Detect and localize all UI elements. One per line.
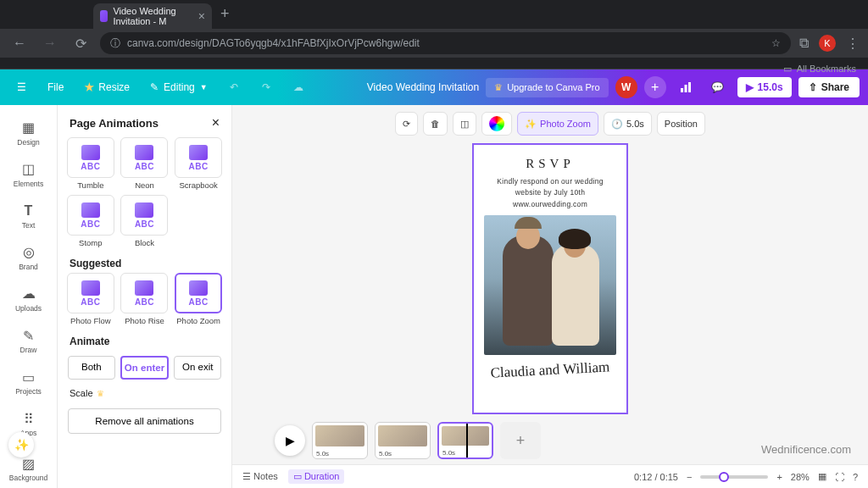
zoom-slider[interactable] [700, 475, 768, 479]
svg-rect-0 [681, 88, 683, 92]
rail-design[interactable]: ▦Design [3, 114, 54, 152]
design-icon: ▦ [20, 119, 37, 136]
browser-menu-icon[interactable]: ⋮ [846, 36, 860, 52]
rsvp-website[interactable]: www.ourwedding.com [484, 200, 616, 208]
canva-header: ☰ File Resize ✎ Editing ▼ ↶ ↷ ☁ Video We… [0, 69, 868, 105]
secure-icon: ⓘ [110, 36, 120, 51]
favicon [100, 10, 108, 22]
folder-icon: ▭ [783, 64, 792, 75]
browser-tab[interactable]: Video Wedding Invitation - M × [93, 3, 212, 29]
background-icon: ▨ [20, 455, 37, 472]
duration-selector[interactable]: 🕐 5.0s [604, 112, 652, 136]
canvas-page[interactable]: RSVP Kindly respond on our wedding websi… [472, 143, 628, 414]
zoom-in-button[interactable]: + [776, 472, 782, 482]
sync-button[interactable]: ⟳ [395, 112, 418, 136]
color-button[interactable] [481, 112, 512, 136]
rsvp-heading[interactable]: RSVP [484, 157, 616, 171]
rail-draw[interactable]: ✎Draw [3, 322, 54, 360]
add-frame-button[interactable]: + [500, 422, 541, 459]
elements-icon: ◫ [20, 161, 37, 178]
reload-button[interactable]: ⟳ [70, 32, 92, 54]
rail-projects[interactable]: ▭Projects [3, 363, 54, 402]
rsvp-body[interactable]: Kindly respond on our wedding website by… [484, 176, 616, 198]
timing-on-enter[interactable]: On enter [120, 356, 170, 380]
star-icon [84, 82, 94, 92]
editing-button[interactable]: ✎ Editing ▼ [143, 78, 214, 97]
new-tab-button[interactable]: + [220, 5, 230, 23]
back-button[interactable]: ← [8, 32, 31, 54]
suggested-label: Suggested [58, 252, 231, 273]
hamburger-menu[interactable]: ☰ [8, 75, 34, 100]
timeline-frame-1[interactable]: 5.0s [312, 422, 368, 459]
signature-text[interactable]: Claudia and William [484, 358, 617, 381]
rail-brand[interactable]: ◎Brand [3, 238, 54, 276]
position-button[interactable]: Position [657, 112, 705, 136]
document-title[interactable]: Video Wedding Invitation [367, 81, 479, 93]
animation-selector[interactable]: ✨ Photo Zoom [517, 112, 598, 136]
rail-elements[interactable]: ◫Elements [3, 155, 54, 193]
fullscreen-button[interactable]: ⛶ [835, 472, 844, 482]
timeline-frame-3[interactable]: 5.0s [437, 422, 493, 459]
play-presentation-button[interactable]: ▶ 15.0s [737, 77, 792, 97]
split-button[interactable]: ◫ [453, 112, 476, 136]
zoom-value: 28% [791, 472, 810, 482]
animation-scrapbook[interactable]: ABC [175, 137, 222, 178]
undo-button[interactable]: ↶ [221, 75, 247, 100]
delete-button[interactable]: 🗑 [423, 112, 448, 136]
wedding-photo[interactable] [484, 215, 616, 355]
file-menu[interactable]: File [41, 78, 70, 97]
rail-uploads[interactable]: ☁Uploads [3, 280, 54, 318]
timing-both[interactable]: Both [68, 356, 115, 380]
animation-photo-zoom[interactable]: ABC [175, 273, 222, 313]
url-input[interactable]: ⓘ canva.com/design/DAGTo6yqgb4/x1hFABfXj… [100, 32, 791, 54]
url-text: canva.com/design/DAGTo6yqgb4/x1hFABfXjIx… [127, 37, 420, 49]
uploads-icon: ☁ [20, 286, 37, 302]
animation-neon[interactable]: ABC [120, 137, 168, 178]
star-icon[interactable]: ☆ [771, 37, 781, 49]
rail-background[interactable]: ▨Background [3, 450, 54, 488]
timeline-frame-2[interactable]: 5.0s [375, 422, 431, 459]
share-button[interactable]: ⇧ Share [798, 77, 860, 97]
rail-text[interactable]: TText [3, 197, 54, 235]
add-collaborator-button[interactable]: + [644, 76, 666, 98]
timeline-play-button[interactable]: ▶ [275, 425, 305, 456]
user-avatar[interactable]: W [615, 76, 637, 98]
duration-button[interactable]: ▭ Duration [288, 469, 345, 484]
tab-close-icon[interactable]: × [198, 10, 205, 22]
upgrade-button[interactable]: ♛ Upgrade to Canva Pro [486, 78, 608, 97]
panel-close-button[interactable]: × [212, 115, 220, 130]
magic-button[interactable]: ✨ [8, 432, 34, 458]
analytics-button[interactable] [673, 75, 698, 100]
zoom-out-button[interactable]: − [687, 472, 692, 482]
animation-photo-flow[interactable]: ABC [67, 273, 114, 313]
text-icon: T [20, 202, 37, 219]
forward-button[interactable]: → [39, 32, 61, 54]
animation-photo-rise[interactable]: ABC [120, 273, 168, 313]
cloud-sync-icon[interactable]: ☁ [286, 75, 311, 100]
profile-avatar[interactable]: K [819, 35, 836, 52]
notes-button[interactable]: ☰ Notes [242, 471, 278, 482]
tab-bar: Video Wedding Invitation - M × + [0, 0, 868, 29]
timeline: ▶ 5.0s 5.0s 5.0s + [232, 417, 868, 464]
canvas-area[interactable]: ⟳ 🗑 ◫ ✨ Photo Zoom 🕐 5.0s Position RSVP … [232, 105, 868, 488]
resize-button[interactable]: Resize [77, 78, 136, 97]
play-icon: ▶ [746, 81, 754, 93]
redo-button[interactable]: ↷ [253, 75, 279, 100]
animation-stomp[interactable]: ABC [67, 195, 114, 236]
main-area: ▦Design ◫Elements TText ◎Brand ☁Uploads … [0, 105, 868, 488]
grid-view-button[interactable]: ▦ [818, 471, 826, 482]
animation-block[interactable]: ABC [120, 195, 168, 236]
scale-control[interactable]: Scale ♛ [58, 385, 231, 402]
timing-on-exit[interactable]: On exit [174, 356, 221, 380]
animation-tumble[interactable]: ABC [67, 137, 114, 178]
comment-button[interactable]: 💬 [705, 75, 731, 100]
animations-panel: Page Animations × ABCTumble ABCNeon ABCS… [58, 105, 232, 488]
browser-chrome: Video Wedding Invitation - M × + ← → ⟳ ⓘ… [0, 0, 868, 69]
playhead[interactable] [466, 422, 468, 459]
extensions-icon[interactable]: ⧉ [799, 36, 809, 51]
help-button[interactable]: ? [853, 472, 858, 482]
svg-rect-2 [688, 82, 691, 92]
animate-label: Animate [58, 330, 231, 351]
bookmarks-label[interactable]: All Bookmarks [797, 64, 856, 74]
remove-animations-button[interactable]: Remove all animations [68, 408, 221, 434]
